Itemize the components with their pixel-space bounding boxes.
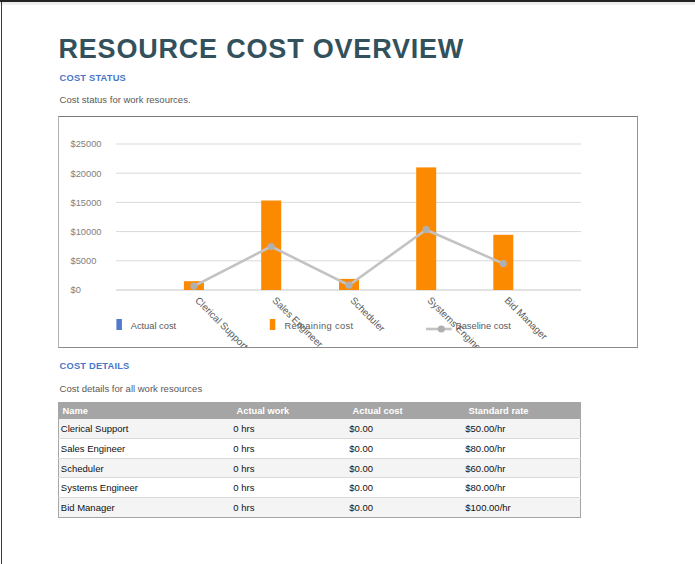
svg-text:Baseline cost: Baseline cost [456,321,512,331]
svg-text:$5000: $5000 [71,256,97,266]
svg-text:$25000: $25000 [71,139,102,149]
svg-text:Actual cost: Actual cost [131,321,177,331]
svg-text:Remaining cost: Remaining cost [285,321,354,331]
svg-text:Bid Manager: Bid Manager [503,295,551,343]
svg-text:$15000: $15000 [71,198,102,208]
svg-text:$0: $0 [71,285,81,295]
svg-text:Clerical Support: Clerical Support [193,295,250,347]
svg-text:$10000: $10000 [71,227,102,237]
svg-text:$20000: $20000 [71,169,102,179]
svg-text:Scheduler: Scheduler [348,295,387,334]
